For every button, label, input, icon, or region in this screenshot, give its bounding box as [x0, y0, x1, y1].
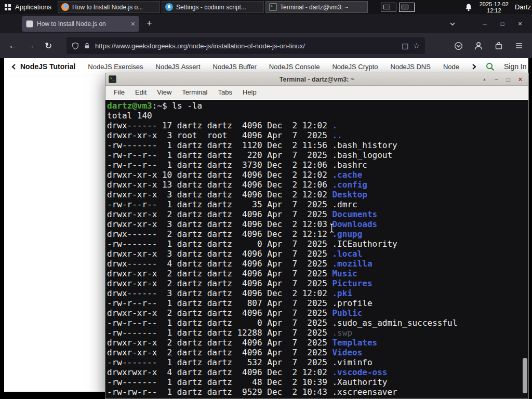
- menu-help[interactable]: Help: [237, 88, 262, 96]
- url-bar[interactable]: https://www.geeksforgeeks.org/node-js/in…: [66, 37, 425, 54]
- nav-link-tutorial[interactable]: NodeJS Tutorial: [11, 62, 75, 71]
- reader-view-icon[interactable]: ▤: [402, 42, 408, 50]
- taskbar-button-firefox[interactable]: How to Install Node.js o...: [58, 1, 160, 13]
- listing-fields: -rw------- 1 dartz dartz 532 Apr 7 2025: [107, 357, 332, 367]
- terminal-window-title: Terminal - dartz@vm3: ~: [105, 76, 528, 83]
- terminal-output-line: drwx------ 4 dartz dartz 4096 Apr 7 2025…: [107, 259, 528, 269]
- menu-icon[interactable]: [512, 39, 526, 52]
- listing-fields: drwxr-xr-x 10 dartz dartz 4096 Dec 2 12:…: [107, 170, 332, 180]
- entry-name: .bash_history: [332, 140, 397, 150]
- prompt-user-host: dartz@vm3: [107, 101, 152, 111]
- terminal-output-line: drwxr-xr-x 2 dartz dartz 4096 Apr 7 2025…: [107, 338, 528, 348]
- terminal-output-line: drwx------ 3 dartz dartz 4096 Dec 2 12:0…: [107, 288, 528, 298]
- tab-close-icon[interactable]: ×: [131, 20, 135, 28]
- listing-fields: drwx------ 17 dartz dartz 4096 Dec 2 12:…: [107, 121, 332, 130]
- panel-user-label[interactable]: Dartz: [515, 3, 531, 11]
- new-tab-button[interactable]: +: [147, 18, 152, 29]
- taskbar-title: Settings - codium script...: [176, 4, 246, 11]
- listing-fields: -rw------- 1 dartz dartz 48 Dec 2 10:39: [107, 377, 332, 387]
- terminal-output-line: -rw-r--r-- 1 dartz dartz 0 Apr 7 2025 .s…: [107, 318, 528, 328]
- applications-menu-button[interactable]: Applications: [0, 0, 58, 14]
- panel-clock[interactable]: 2025-12-02 12:12: [480, 1, 509, 14]
- firefox-icon: [61, 3, 69, 11]
- terminal-minimize-button[interactable]: –: [491, 76, 501, 83]
- reload-button[interactable]: ↻: [41, 38, 56, 54]
- nav-link-buffer[interactable]: NodeJS Buffer: [213, 63, 257, 71]
- listing-fields: -rw------- 1 dartz dartz 1120 Dec 2 11:5…: [107, 140, 332, 150]
- terminal-output-line: drwx------ 2 dartz dartz 4096 Dec 2 12:1…: [107, 229, 528, 239]
- entry-name: .bashrc: [332, 160, 367, 170]
- menu-tabs[interactable]: Tabs: [212, 88, 237, 96]
- terminal-output-line: -rw-r--r-- 1 dartz dartz 220 Apr 7 2025 …: [107, 150, 528, 160]
- terminal-output-line: drwx------ 17 dartz dartz 4096 Dec 2 12:…: [107, 121, 528, 130]
- chevron-right-icon[interactable]: [472, 63, 476, 70]
- browser-close-button[interactable]: ×: [511, 20, 529, 28]
- lock-icon[interactable]: [84, 42, 90, 49]
- terminal-output-line: drwxr-xr-x 3 dartz dartz 4096 Dec 2 12:0…: [107, 219, 528, 229]
- account-icon[interactable]: [472, 39, 485, 52]
- menu-file[interactable]: File: [109, 88, 130, 96]
- entry-name: Downloads: [332, 219, 377, 229]
- taskbar-button-codium[interactable]: Settings - codium script...: [162, 1, 264, 13]
- top-panel: Applications How to Install Node.js o...…: [0, 0, 532, 14]
- workspace-switcher[interactable]: [381, 3, 415, 12]
- bookmark-star-icon[interactable]: ☆: [413, 42, 420, 50]
- terminal-window: Terminal - dartz@vm3: ~ ▲ – □ × File Edi…: [105, 73, 529, 399]
- list-all-tabs-button[interactable]: [449, 21, 456, 27]
- nav-link-crypto[interactable]: NodeJS Crypto: [332, 63, 378, 71]
- entry-name: Videos: [332, 348, 362, 357]
- listing-fields: drwxrwxr-x 4 dartz dartz 4096 Dec 2 12:0…: [107, 367, 332, 377]
- terminal-maximize-button[interactable]: □: [503, 76, 513, 83]
- nav-link-console[interactable]: NodeJS Console: [269, 63, 320, 71]
- terminal-shade-button[interactable]: ▲: [480, 76, 489, 83]
- notification-bell-button[interactable]: [465, 3, 472, 11]
- workspace-2[interactable]: [399, 3, 415, 12]
- nav-link-exercises[interactable]: NodeJS Exercises: [88, 63, 143, 71]
- terminal-window-controls: ▲ – □ ×: [480, 76, 528, 83]
- entry-name: .xscreensaver: [332, 387, 397, 397]
- terminal-scrollbar-thumb[interactable]: [523, 358, 527, 393]
- taskbar-button-terminal[interactable]: Terminal - dartz@vm3: ~: [265, 1, 368, 13]
- terminal-listing: drwx------ 17 dartz dartz 4096 Dec 2 12:…: [107, 121, 528, 397]
- browser-maximize-button[interactable]: □: [494, 21, 511, 27]
- terminal-close-button[interactable]: ×: [515, 76, 525, 83]
- entry-name: Documents: [332, 209, 377, 219]
- nav-link-dns[interactable]: NodeJS DNS: [391, 63, 431, 71]
- nav-link-node-truncated[interactable]: Node: [443, 63, 459, 71]
- terminal-titlebar[interactable]: Terminal - dartz@vm3: ~ ▲ – □ ×: [105, 73, 528, 86]
- pocket-icon[interactable]: [451, 39, 465, 52]
- listing-fields: -rw-r--r-- 1 dartz dartz 3730 Dec 2 12:0…: [107, 160, 332, 170]
- terminal-output[interactable]: dartz@vm3:~$ ls -la total 140 drwx------…: [105, 100, 528, 398]
- entry-name: .gnupg: [332, 229, 362, 239]
- mouse-cursor: [328, 223, 335, 233]
- nav-link-assert[interactable]: NodeJS Assert: [156, 63, 201, 71]
- entry-name: .viminfo: [332, 357, 372, 367]
- browser-tab[interactable]: How to Install Node.js on ×: [22, 16, 139, 32]
- terminal-output-line: -rw------- 1 dartz dartz 12288 Apr 7 202…: [107, 328, 528, 338]
- listing-fields: drwxr-xr-x 3 dartz dartz 4096 Dec 2 12:0…: [107, 190, 332, 200]
- sign-in-link[interactable]: Sign In: [504, 62, 527, 71]
- clock-date: 2025-12-02: [480, 1, 509, 7]
- extensions-icon[interactable]: [492, 39, 506, 52]
- terminal-output-line: -rw-r--r-- 1 dartz dartz 807 Apr 7 2025 …: [107, 298, 528, 308]
- menu-view[interactable]: View: [152, 88, 177, 96]
- codium-icon: [165, 3, 173, 11]
- terminal-output-line: drwxr-xr-x 13 dartz dartz 4096 Dec 2 12:…: [107, 180, 528, 190]
- menu-edit[interactable]: Edit: [130, 88, 152, 96]
- terminal-output-line: drwxr-xr-x 2 dartz dartz 4096 Apr 7 2025…: [107, 278, 528, 288]
- menu-terminal[interactable]: Terminal: [177, 88, 212, 96]
- back-button[interactable]: ←: [5, 38, 21, 54]
- prompt-suffix: :~$: [152, 101, 167, 111]
- entry-name: .dmrc: [332, 200, 357, 209]
- terminal-output-line: -rw------- 1 dartz dartz 1120 Dec 2 11:5…: [107, 140, 528, 150]
- browser-nav-bar: ← → ↻ https://www.geeksforgeeks.org/node…: [0, 33, 532, 58]
- search-icon[interactable]: [486, 62, 495, 71]
- forward-button[interactable]: →: [23, 38, 38, 54]
- listing-fields: -rw-r--r-- 1 dartz dartz 35 Apr 7 2025: [107, 200, 332, 209]
- entry-name: .pki: [332, 288, 352, 298]
- tracking-shield-icon[interactable]: [72, 42, 79, 50]
- workspace-1[interactable]: [381, 3, 396, 12]
- terminal-output-line: -rw-rw-r-- 1 dartz dartz 9529 Dec 2 10:4…: [107, 387, 528, 397]
- browser-minimize-button[interactable]: –: [476, 20, 494, 28]
- terminal-output-line: drwxrwxr-x 4 dartz dartz 4096 Dec 2 12:0…: [107, 367, 528, 377]
